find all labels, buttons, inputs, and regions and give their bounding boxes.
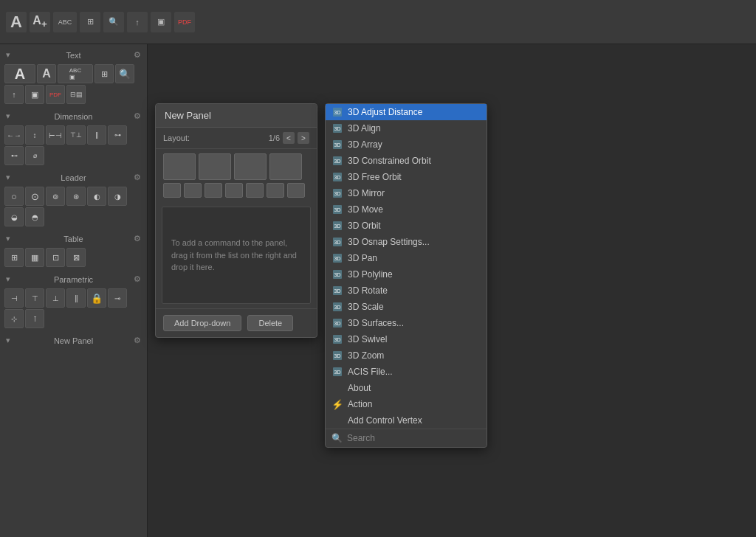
tool-text-grid[interactable]: ⊞ — [94, 64, 114, 83]
layout-cell-sm-2[interactable] — [184, 183, 202, 198]
sidebar-section-leader-header[interactable]: ▾ Leader ⚙ — [0, 170, 147, 185]
tool-leader-2[interactable]: ⊙ — [25, 187, 44, 206]
command-item-3d-zoom[interactable]: 3D3D Zoom — [326, 347, 487, 364]
tool-dim-6[interactable]: ⊶ — [108, 125, 127, 145]
sidebar-leader-gear[interactable]: ⚙ — [134, 173, 141, 182]
layout-cell-sm-4[interactable] — [225, 183, 243, 198]
toolbar-doc[interactable]: ▣ — [151, 12, 171, 32]
command-item-3d-array[interactable]: 3D3D Array — [326, 136, 487, 153]
toolbar-big-a2[interactable]: A+ — [30, 12, 50, 32]
command-item-3d-constrained-orbit[interactable]: 3D3D Constrained Orbit — [326, 153, 487, 169]
command-item-action[interactable]: ⚡Action — [326, 396, 487, 412]
sidebar-new-panel-gear[interactable]: ⚙ — [134, 336, 141, 345]
sidebar-new-panel-label: New Panel — [54, 336, 93, 345]
layout-cell-sm-1[interactable] — [163, 183, 181, 198]
tool-text-abc[interactable]: ABC▣ — [58, 64, 93, 83]
tool-text-a-big[interactable]: A — [4, 64, 35, 83]
tool-text-pdf[interactable]: PDF — [46, 85, 65, 104]
command-item-3d-osnap-settings[interactable]: 3D3D Osnap Settings... — [326, 234, 487, 250]
command-item-about[interactable]: About — [326, 380, 487, 396]
tool-leader-4[interactable]: ⊛ — [66, 187, 86, 206]
sidebar-dimension-label: Dimension — [55, 112, 93, 121]
svg-text:3D: 3D — [334, 353, 341, 358]
tool-table-3[interactable]: ⊡ — [46, 248, 65, 267]
tool-para-1[interactable]: ⊣ — [4, 288, 24, 308]
tool-text-search[interactable]: 🔍 — [115, 64, 134, 83]
layout-cell-3[interactable] — [234, 153, 267, 180]
tool-leader-1[interactable]: ○ — [4, 187, 24, 206]
tool-dim-7[interactable]: ⊷ — [4, 146, 24, 165]
toolbar-search[interactable]: 🔍 — [103, 12, 124, 32]
toolbar-pdf[interactable]: PDF — [174, 12, 195, 32]
tool-leader-7[interactable]: ◒ — [4, 207, 24, 226]
command-item-3d-mirror[interactable]: 3D3D Mirror — [326, 185, 487, 201]
layout-cell-4[interactable] — [269, 153, 302, 180]
tool-text-a-small[interactable]: A — [37, 64, 56, 83]
tool-para-3[interactable]: ⊥ — [46, 288, 65, 308]
layout-prev-btn[interactable]: < — [283, 132, 295, 144]
toolbar-big-a[interactable]: A — [6, 12, 27, 32]
tool-para-2[interactable]: ⊤ — [25, 288, 44, 308]
command-item-3d-adjust-distance[interactable]: 3D3D Adjust Distance — [326, 104, 487, 120]
toolbar-abc[interactable]: ABC — [53, 12, 77, 32]
tool-dim-4[interactable]: ⊤⊥ — [66, 125, 86, 145]
tool-text-misc1[interactable]: ⊟▤ — [66, 85, 86, 104]
layout-cell-sm-7[interactable] — [287, 183, 305, 198]
layout-cell-sm-3[interactable] — [205, 183, 222, 198]
sidebar-section-new-panel-header[interactable]: ▾ New Panel ⚙ — [0, 333, 147, 348]
tool-dim-1[interactable]: ←→ — [4, 125, 24, 145]
svg-text:3D: 3D — [334, 288, 341, 294]
command-item-3d-surfaces[interactable]: 3D3D Surfaces... — [326, 315, 487, 331]
tool-dim-2[interactable]: ↕ — [25, 125, 44, 145]
command-item-3d-pan[interactable]: 3D3D Pan — [326, 250, 487, 266]
sidebar-section-dimension-header[interactable]: ▾ Dimension ⚙ — [0, 108, 147, 124]
tool-text-up[interactable]: ↑ — [4, 85, 24, 104]
command-list-scroll[interactable]: 3D3D Adjust Distance3D3D Align3D3D Array… — [326, 104, 487, 429]
command-item-acis-file[interactable]: 3DACIS File... — [326, 364, 487, 380]
tool-table-2[interactable]: ▦ — [25, 248, 44, 267]
layout-cell-2[interactable] — [199, 153, 231, 180]
command-item-add-control-vertex[interactable]: Add Control Vertex — [326, 412, 487, 429]
tool-dim-5[interactable]: ‖ — [87, 125, 106, 145]
layout-next-btn[interactable]: > — [298, 132, 309, 144]
command-item-3d-swivel[interactable]: 3D3D Swivel — [326, 331, 487, 347]
command-item-3d-align[interactable]: 3D3D Align — [326, 120, 487, 136]
command-item-3d-scale[interactable]: 3D3D Scale — [326, 299, 487, 315]
sidebar-text-gear[interactable]: ⚙ — [134, 50, 141, 60]
command-icon-3d-orbit: 3D — [331, 220, 343, 232]
layout-cell-sm-5[interactable] — [246, 183, 264, 198]
command-item-3d-free-orbit[interactable]: 3D3D Free Orbit — [326, 169, 487, 185]
sidebar-dimension-gear[interactable]: ⚙ — [134, 111, 141, 121]
tool-dim-3[interactable]: ⊢⊣ — [46, 125, 65, 145]
sidebar-table-tools: ⊞ ▦ ⊡ ⊠ — [0, 246, 147, 270]
command-item-3d-polyline[interactable]: 3D3D Polyline — [326, 266, 487, 283]
sidebar-section-parametric-header[interactable]: ▾ Parametric ⚙ — [0, 271, 147, 287]
tool-leader-3[interactable]: ⊚ — [46, 187, 65, 206]
tool-table-4[interactable]: ⊠ — [66, 248, 86, 267]
tool-para-4[interactable]: ‖ — [66, 288, 86, 308]
tool-leader-8[interactable]: ◓ — [25, 207, 44, 226]
tool-leader-6[interactable]: ◑ — [108, 187, 127, 206]
tool-para-7[interactable]: ⊹ — [4, 309, 24, 328]
delete-button[interactable]: Delete — [247, 315, 293, 331]
layout-cell-sm-6[interactable] — [267, 183, 284, 198]
command-item-3d-move[interactable]: 3D3D Move — [326, 201, 487, 218]
command-item-3d-rotate[interactable]: 3D3D Rotate — [326, 283, 487, 299]
layout-cell-1[interactable] — [163, 153, 196, 180]
tool-table-1[interactable]: ⊞ — [4, 248, 24, 267]
command-item-3d-orbit[interactable]: 3D3D Orbit — [326, 218, 487, 234]
toolbar-grid1[interactable]: ⊞ — [80, 12, 100, 32]
tool-leader-5[interactable]: ◐ — [87, 187, 106, 206]
search-input[interactable] — [347, 433, 481, 443]
tool-para-8[interactable]: ⊺ — [25, 309, 44, 328]
add-dropdown-button[interactable]: Add Drop-down — [163, 315, 241, 331]
sidebar-section-table-header[interactable]: ▾ Table ⚙ — [0, 231, 147, 246]
tool-para-5[interactable]: 🔒 — [87, 288, 106, 308]
tool-para-6[interactable]: ⊸ — [108, 288, 127, 308]
tool-dim-8[interactable]: ⌀ — [25, 146, 44, 165]
sidebar-section-text-header[interactable]: ▾ Text ⚙ — [0, 47, 147, 63]
sidebar-table-gear[interactable]: ⚙ — [134, 234, 141, 243]
sidebar-parametric-gear[interactable]: ⚙ — [134, 274, 141, 284]
tool-text-doc[interactable]: ▣ — [25, 85, 44, 104]
toolbar-up[interactable]: ↑ — [127, 12, 148, 32]
